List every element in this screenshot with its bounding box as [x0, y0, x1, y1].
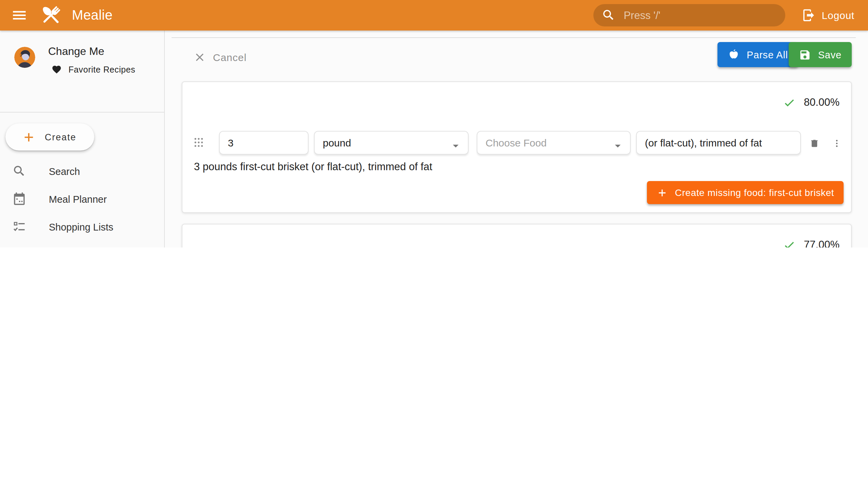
kebab-menu-button[interactable] [828, 134, 846, 152]
ingredient-parser-page: Cancel Parse All Save 80.00% [165, 31, 868, 248]
confidence-indicator: 77.00% [783, 238, 839, 248]
app-title: Mealie [72, 7, 113, 23]
create-missing-food-button[interactable]: Create missing food: first-cut brisket [647, 181, 844, 204]
plus-icon [657, 187, 668, 198]
check-icon [783, 238, 797, 248]
confidence-value: 80.00% [804, 96, 839, 108]
save-icon [799, 49, 811, 61]
create-button[interactable]: Create [5, 123, 94, 151]
sidebar-item-meal-planner[interactable]: Meal Planner [0, 185, 164, 213]
favorite-recipes-link[interactable]: Favorite Recipes [52, 64, 135, 74]
plus-icon [22, 130, 36, 144]
delete-ingredient-button[interactable] [806, 134, 823, 152]
sidebar-nav: Search Meal Planner Shopping Lists Timel… [0, 157, 164, 248]
ingredient-card: 80.00% 3 pounds first-cut brisket (or fl… [182, 81, 852, 213]
user-name: Change Me [48, 46, 104, 58]
mealie-app: Mealie Logout [0, 0, 868, 248]
list-checks-icon [12, 220, 27, 234]
silverware-logo-icon [39, 3, 64, 28]
check-icon [783, 96, 797, 109]
sidebar-divider [0, 112, 164, 113]
user-profile[interactable]: Change Me Favorite Recipes [0, 40, 164, 89]
logout-button[interactable]: Logout [797, 3, 858, 28]
cancel-button[interactable]: Cancel [189, 50, 251, 64]
search-icon [601, 8, 615, 22]
close-icon [193, 51, 206, 64]
food-select[interactable] [477, 131, 631, 155]
heart-icon [52, 64, 62, 74]
food-input[interactable] [477, 131, 631, 155]
sidebar-item-shopping-lists[interactable]: Shopping Lists [0, 213, 164, 241]
logout-icon [801, 8, 815, 22]
magnify-icon [12, 164, 27, 178]
confidence-indicator: 80.00% [783, 96, 839, 109]
app-header: Mealie Logout [0, 0, 868, 31]
toolbar-divider [172, 37, 856, 38]
global-search[interactable] [593, 4, 785, 27]
unit-select[interactable] [314, 131, 469, 155]
ingredient-field-row [183, 131, 851, 155]
sidebar: Change Me Favorite Recipes Create Search [0, 31, 165, 248]
apple-icon [728, 49, 740, 61]
sidebar-item-search[interactable]: Search [0, 157, 164, 185]
ingredient-card: 77.00% 4 teaspoons kosher salt [182, 224, 852, 248]
menu-icon[interactable] [5, 2, 33, 29]
original-ingredient-text: 3 pounds first-cut brisket (or flat-cut)… [194, 161, 432, 173]
quantity-input[interactable] [219, 131, 309, 155]
search-input[interactable] [622, 8, 777, 22]
save-button[interactable]: Save [789, 42, 852, 67]
parse-all-button[interactable]: Parse All [717, 42, 798, 67]
drag-handle-icon[interactable] [192, 136, 206, 151]
calendar-icon [12, 192, 27, 206]
sidebar-item-timeline[interactable]: Timeline [0, 241, 164, 248]
avatar [14, 47, 35, 68]
note-input[interactable] [636, 131, 801, 155]
unit-input[interactable] [314, 131, 469, 155]
confidence-value: 77.00% [804, 239, 839, 248]
